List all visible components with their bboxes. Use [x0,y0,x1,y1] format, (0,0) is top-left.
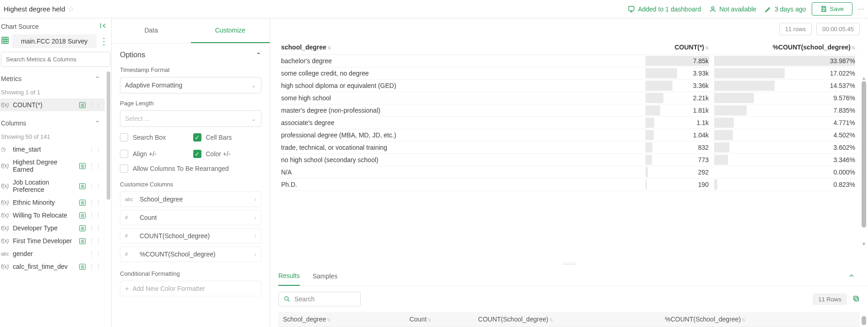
scroll-up-icon[interactable]: ▲ [862,76,866,81]
drag-handle-icon[interactable]: ⋮⋮ [88,224,102,232]
cell-bars-checkbox[interactable]: ✓ Cell Bars [193,133,262,142]
lth-pct[interactable]: %COUNT(School_degree)⇅ [660,312,860,327]
drag-handle-icon[interactable]: ⋮⋮ [88,212,102,219]
search-input[interactable] [1,52,110,67]
scroll-down-icon[interactable]: ▼ [862,241,866,246]
column-item[interactable]: abcgender⋮⋮ [0,247,105,260]
cell-degree: Ph.D. [278,179,643,191]
tab-samples[interactable]: Samples [313,267,337,285]
column-item[interactable]: f(x)Willing To Relocate⊞⋮⋮ [0,209,105,222]
table-row[interactable]: trade, technical, or vocational training… [278,142,858,154]
added-dashboard-link[interactable]: Added to 1 dashboard [628,5,701,13]
lth-count[interactable]: Count⇅ [405,312,473,327]
cell-pct: 9.576% [711,92,858,104]
column-item[interactable]: f(x)Job Location Preference⊞⋮⋮ [0,176,105,196]
source-more-icon[interactable]: ⋮ [99,36,108,47]
drag-handle-icon[interactable]: ⋮⋮ [88,263,102,270]
copy-icon[interactable] [852,295,860,304]
page-length-label: Page Length [120,100,261,107]
sidebar-scrollbar[interactable] [107,71,110,200]
collapse-sidebar-icon[interactable] [99,22,107,31]
customize-column-entry[interactable]: #Count› [120,210,261,225]
column-item[interactable]: f(x)Highest Degree Earned⊞⋮⋮ [0,156,105,176]
drag-handle-icon[interactable]: ⋮⋮ [88,146,102,153]
resize-handle[interactable] [270,261,868,267]
column-item[interactable]: f(x)First Time Developer⊞⋮⋮ [0,234,105,247]
drag-handle-icon[interactable]: ⋮⋮ [88,182,102,190]
page-length-placeholder: Select ... [125,115,150,122]
add-formatter-button[interactable]: + Add New Color Formatter [120,281,261,296]
table-row[interactable]: some high school2.21k9.576% [278,92,858,104]
result-scrollbar[interactable] [862,81,866,228]
drag-handle-icon[interactable]: ⋮⋮ [88,250,102,257]
customize-column-entry[interactable]: #%COUNT(School_degree)› [120,246,261,262]
column-item[interactable]: f(x)Ethnic Minority⊞⋮⋮ [0,196,105,209]
availability-link[interactable]: Not available [709,5,756,13]
rearrange-checkbox[interactable]: Allow Columns To Be Rearranged [120,164,261,173]
query-time-badge: 00:00:05.45 [816,23,860,35]
table-row[interactable]: high school diploma or equivalent (GED)3… [278,80,858,92]
cell-count: 292 [643,166,711,179]
cell-degree: no high school (secondary school) [278,154,643,166]
svg-point-5 [285,297,288,300]
chevron-up-icon[interactable]: ⌃ [256,51,261,59]
column-item[interactable]: f(x)Developer Type⊞⋮⋮ [0,222,105,234]
customize-panel: Data Customize Options ⌃ Timestamp Forma… [112,18,270,327]
column-item[interactable]: ◷time_start⋮⋮ [0,143,105,156]
sort-icon: ⇅ [327,45,331,50]
table-row[interactable]: no high school (secondary school)7733.34… [278,154,858,166]
metric-item[interactable]: f(x) COUNT(*) ⊞ ⋮⋮ [0,98,105,111]
expand-icon[interactable] [843,267,860,285]
column-item[interactable]: f(x)calc_first_time_dev⊞⋮⋮ [0,260,105,273]
cell-count: 1.1k [643,117,711,129]
lth-degree[interactable]: School_degree⇅ [278,312,405,327]
drag-handle-icon[interactable]: ⋮⋮ [88,199,102,206]
table-row[interactable]: bachelor's degree7.85k33.987% [278,55,858,67]
color-label: Color +/- [206,150,231,158]
fx-icon: f(x) [1,225,10,231]
customize-column-entry[interactable]: abcSchool_degree› [120,191,261,207]
th-pct[interactable]: %COUNT(school_degree)⇅ [711,40,858,55]
drag-handle-icon[interactable]: ⋮⋮ [88,101,102,109]
lower-scrollbar[interactable] [862,316,866,325]
tab-customize[interactable]: Customize [191,18,270,43]
user-icon [709,5,716,13]
chevron-down-icon: ⌄ [251,82,256,89]
agg-icon: ⊞ [79,238,86,244]
th-school-degree[interactable]: school_degree⇅ [278,40,643,55]
more-icon[interactable]: ⋯ [858,5,864,13]
th-count[interactable]: COUNT(*)⇅ [643,40,711,55]
lth-countsd[interactable]: COUNT(School_degree)⇅ [473,312,660,327]
align-checkbox[interactable]: Align +/- [120,150,189,158]
star-icon[interactable]: ☆ [68,5,74,13]
page-length-select[interactable]: Select ... ⌄ [120,110,261,127]
tab-results[interactable]: Results [278,267,300,286]
table-row[interactable]: master's degree (non-professional)1.81k7… [278,104,858,117]
chevron-up-icon[interactable]: ⌃ [95,120,100,127]
sidebar: Chart Source main.FCC 2018 Survey ⋮ Metr… [0,18,112,327]
chevron-up-icon[interactable]: ⌃ [95,75,100,82]
timestamp-select[interactable]: Adaptive Formatting ⌄ [120,77,261,93]
table-row[interactable]: associate's degree1.1k4.771% [278,117,858,129]
search-box-checkbox[interactable]: Search Box [120,133,189,142]
table-row[interactable]: some college credit, no degree3.93k17.02… [278,67,858,80]
save-button[interactable]: Save [812,2,852,16]
cell-pct: 7.835% [711,104,858,117]
source-name[interactable]: main.FCC 2018 Survey [12,34,97,48]
column-label: Highest Degree Earned [13,158,76,173]
color-checkbox[interactable]: ✓ Color +/- [193,150,262,158]
tab-data[interactable]: Data [112,18,191,43]
table-row[interactable]: Ph.D.1900.823% [278,179,858,191]
table-row[interactable]: professional degree (MBA, MD, JD, etc.)1… [278,129,858,142]
results-search[interactable]: Search [278,292,361,306]
cell-pct: 4.771% [711,117,858,129]
clock-icon: ◷ [1,146,10,153]
cell-degree: high school diploma or equivalent (GED) [278,80,643,92]
drag-handle-icon[interactable]: ⋮⋮ [88,162,102,169]
table-row[interactable]: N/A2920.000% [278,166,858,179]
customize-column-entry[interactable]: #COUNT(School_degree)› [120,228,261,244]
drag-handle-icon[interactable]: ⋮⋮ [88,237,102,245]
checkbox-icon [120,150,128,158]
updated-link[interactable]: 3 days ago [765,5,806,13]
svg-rect-2 [823,6,825,8]
